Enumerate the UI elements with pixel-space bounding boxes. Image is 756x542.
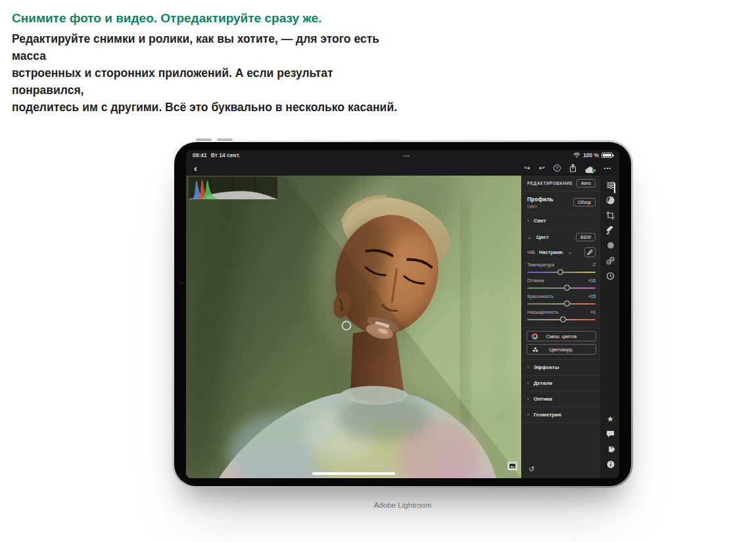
presets-icon[interactable] <box>605 195 616 205</box>
chevron-right-icon: › <box>527 412 529 418</box>
bw-button[interactable]: B&W <box>576 233 596 241</box>
browse-button[interactable]: Обзор <box>573 198 596 207</box>
share-icon[interactable] <box>569 164 577 172</box>
histogram[interactable] <box>189 177 277 199</box>
cloud-sync-icon[interactable] <box>585 164 596 172</box>
slider-knob[interactable] <box>564 301 570 307</box>
crop-icon[interactable] <box>605 210 616 220</box>
back-button[interactable]: ‹ <box>194 163 197 173</box>
bw-label: Ч/Б <box>527 249 535 255</box>
slider-knob[interactable] <box>557 269 563 275</box>
body-line: Редактируйте снимки и ролики, как вы хот… <box>12 30 406 64</box>
profile-row: Профиль Цвет Обзор <box>522 191 601 213</box>
photo-canvas[interactable] <box>186 176 521 478</box>
reset-icon[interactable]: ↺ <box>529 466 534 473</box>
profile-sub: Цвет <box>527 204 554 209</box>
panel-section-geometry[interactable]: › Геометрия <box>522 407 601 423</box>
bw-dropdown[interactable]: Настраив. <box>539 249 564 255</box>
color-mix-button[interactable]: Смеш. цветов <box>527 331 596 341</box>
panel-section-color[interactable]: ⌄ Цвет B&W <box>522 229 601 245</box>
comment-icon[interactable] <box>605 429 616 439</box>
history-icon[interactable] <box>605 270 616 281</box>
chevron-right-icon: › <box>527 380 529 386</box>
panel-title: РЕДАКТИРОВАНИЕ <box>527 181 573 185</box>
color-grading-button[interactable]: Цветокорр. <box>527 344 596 355</box>
volume-down-button <box>217 138 233 141</box>
color-wheel-icon <box>532 333 538 339</box>
panel-section-light[interactable]: › Свет <box>522 213 601 229</box>
body-line: встроенных и сторонних приложений. А есл… <box>12 64 406 99</box>
slider-knob[interactable] <box>560 316 566 322</box>
chevron-down-icon: ⌄ <box>527 234 532 240</box>
home-indicator[interactable] <box>312 472 395 475</box>
eyedropper-button[interactable] <box>584 247 596 257</box>
slider-group: Температура-7 Оттенок+16 Красочность+15 <box>522 260 601 328</box>
tool-rail: ★ <box>601 176 619 478</box>
ipad-screen: 09:41 Вт 14 сент. ••• 100 % ‹ <box>186 150 619 478</box>
selected-tool-indicator <box>614 183 615 193</box>
more-icon[interactable]: ••• <box>604 166 611 171</box>
brush-icon[interactable] <box>605 225 616 235</box>
battery-percent: 100 % <box>583 152 599 159</box>
camera-sensor <box>180 307 182 308</box>
headline: Снимите фото и видео. Отредактируйте сра… <box>12 9 406 27</box>
clock: 09:41 <box>193 152 207 159</box>
date: Вт 14 сент. <box>211 152 241 159</box>
panel-section-effects[interactable]: › Эффекты <box>522 360 601 376</box>
intro-copy: Снимите фото и видео. Отредактируйте сра… <box>12 9 406 116</box>
dropdown-caret-icon: ⌄ <box>568 249 573 255</box>
status-bar: 09:41 Вт 14 сент. ••• 100 % <box>186 150 619 160</box>
chevron-right-icon: › <box>527 396 529 402</box>
slider-track[interactable] <box>527 303 596 305</box>
healing-icon[interactable] <box>605 240 616 251</box>
panel-section-details[interactable]: › Детали <box>522 376 601 391</box>
chevron-right-icon: › <box>527 218 529 224</box>
edit-sliders-icon[interactable] <box>605 180 616 190</box>
undo-icon[interactable]: ↩ <box>538 164 544 172</box>
slider-row[interactable]: Насыщенность+1 <box>527 310 596 324</box>
page: Снимите фото и видео. Отредактируйте сра… <box>0 0 756 542</box>
wifi-icon <box>573 153 580 158</box>
before-after-icon[interactable] <box>508 462 517 470</box>
multitask-dots-icon: ••• <box>240 153 573 158</box>
portrait-photo <box>186 176 521 478</box>
device-caption: Adobe Lightroom <box>172 501 633 509</box>
info-icon[interactable] <box>605 459 616 470</box>
bw-mix-row: Ч/Б Настраив. ⌄ <box>522 245 601 260</box>
profile-label: Профиль <box>527 196 554 203</box>
slider-track[interactable] <box>527 287 596 289</box>
body-line: поделитесь им с другими. Всё это букваль… <box>12 99 406 116</box>
battery-icon <box>602 153 613 158</box>
chevron-right-icon: › <box>527 364 529 370</box>
color-grading-icon <box>532 347 538 353</box>
body-text: Редактируйте снимки и ролики, как вы хот… <box>12 30 406 116</box>
panel-section-optics[interactable]: › Оптика <box>522 391 601 407</box>
redo-icon[interactable]: ↪ <box>524 164 530 172</box>
slider-row[interactable]: Температура-7 <box>527 262 596 276</box>
volume-up-button <box>196 138 212 141</box>
keyword-tag-icon[interactable] <box>605 444 616 455</box>
edit-panel: РЕДАКТИРОВАНИЕ Авто Профиль Цвет Обзор ›… <box>521 176 601 478</box>
versions-icon[interactable] <box>605 255 616 266</box>
front-camera <box>180 282 183 284</box>
rating-star-icon[interactable]: ★ <box>605 414 616 424</box>
slider-row[interactable]: Красочность+15 <box>527 294 596 308</box>
help-icon[interactable]: ? <box>554 164 561 172</box>
sync-ok-badge <box>592 168 596 172</box>
app-toolbar: ‹ ↪ ↩ ? ••• <box>186 160 619 176</box>
auto-button[interactable]: Авто <box>577 179 596 187</box>
slider-knob[interactable] <box>564 285 570 291</box>
slider-row[interactable]: Оттенок+16 <box>527 278 596 292</box>
ipad-device: 09:41 Вт 14 сент. ••• 100 % ‹ <box>172 140 633 488</box>
